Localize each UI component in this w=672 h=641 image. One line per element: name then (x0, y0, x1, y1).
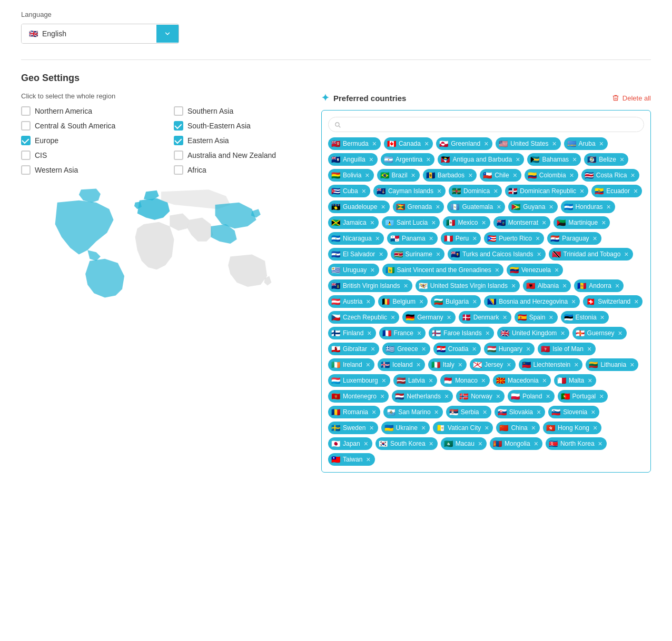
tag-close-guatemala[interactable]: × (497, 203, 501, 211)
tag-jersey[interactable]: 🇯🇪Jersey× (470, 358, 516, 371)
tag-close-greenland[interactable]: × (484, 140, 488, 147)
tag-finland[interactable]: 🇫🇮Finland× (328, 327, 376, 339)
tag-monaco[interactable]: 🇲🇨Monaco× (440, 374, 490, 387)
tag-portugal[interactable]: 🇵🇹Portugal× (558, 390, 608, 403)
checkbox-southern-asia[interactable] (174, 106, 183, 116)
tag-belgium[interactable]: 🇧🇪Belgium× (378, 295, 428, 308)
region-item-central-south-america[interactable]: Central & South America (21, 121, 153, 131)
checkbox-eastern-asia[interactable] (174, 136, 183, 145)
tag-close-united-states[interactable]: × (552, 140, 556, 147)
tag-serbia[interactable]: 🇷🇸Serbia× (446, 406, 491, 418)
tag-hong-kong[interactable]: 🇭🇰Hong Kong× (543, 422, 601, 434)
tag-mexico[interactable]: 🇲🇽Mexico× (443, 216, 490, 229)
tag-close-north-korea[interactable]: × (598, 440, 602, 447)
tag-close-jersey[interactable]: × (507, 361, 511, 368)
tag-saint-lucia[interactable]: 🇱🇨Saint Lucia× (382, 216, 440, 229)
tag-latvia[interactable]: 🇱🇻Latvia× (393, 374, 437, 387)
tag-faroe-islands[interactable]: 🇫🇴Faroe Islands× (429, 327, 494, 339)
tag-close-iceland[interactable]: × (417, 361, 421, 368)
tags-container[interactable]: 🇧🇲Bermuda×🇨🇦Canada×🇬🇱Greenland×🇺🇸United … (321, 110, 651, 473)
tag-switzerland[interactable]: 🇨🇭Switzerland× (583, 295, 643, 308)
tag-dominican-republic[interactable]: 🇩🇴Dominican Republic× (505, 185, 588, 197)
tag-close-sweden[interactable]: × (369, 424, 373, 432)
tag-south-korea[interactable]: 🇰🇷South Korea× (375, 437, 438, 450)
tag-cayman-islands[interactable]: 🇰🇾Cayman Islands× (373, 185, 446, 197)
region-item-cis[interactable]: CIS (21, 151, 153, 160)
tag-mongolia[interactable]: 🇲🇳Mongolia× (490, 437, 542, 450)
tag-slovenia[interactable]: 🇸🇮Slovenia× (548, 406, 599, 418)
tag-costa-rica[interactable]: 🇨🇷Costa Rica× (581, 169, 639, 182)
tag-czech-republic[interactable]: 🇨🇿Czech Republic× (328, 311, 399, 324)
tag-close-brazil[interactable]: × (411, 172, 416, 179)
tag-close-saint-lucia[interactable]: × (431, 219, 436, 226)
tag-close-british-virgin-islands[interactable]: × (404, 282, 408, 289)
tag-close-portugal[interactable]: × (599, 393, 604, 400)
tag-bosnia-and-herzegovina[interactable]: 🇧🇦Bosnia and Herzegovina× (484, 295, 580, 308)
tag-norway[interactable]: 🇳🇴Norway× (456, 390, 505, 403)
tag-british-virgin-islands[interactable]: 🇻🇬British Virgin Islands× (328, 279, 412, 292)
tag-macedonia[interactable]: 🇲🇰Macedonia× (493, 374, 551, 387)
region-item-western-asia[interactable]: Western Asia (21, 165, 153, 175)
tag-close-hong-kong[interactable]: × (593, 424, 597, 432)
checkbox-northern-america[interactable] (21, 106, 31, 116)
tag-close-suriname[interactable]: × (436, 251, 440, 258)
tag-close-argentina[interactable]: × (426, 156, 430, 163)
tag-close-united-kingdom[interactable]: × (560, 329, 565, 337)
tag-guernsey[interactable]: 🇬🇬Guernsey× (572, 327, 627, 339)
tag-trinidad-and-tobago[interactable]: 🇹🇹Trinidad and Tobago× (549, 248, 633, 261)
tag-close-bermuda[interactable]: × (372, 140, 377, 147)
tag-close-guadeloupe[interactable]: × (381, 203, 385, 211)
tag-close-ireland[interactable]: × (366, 361, 370, 368)
checkbox-europe[interactable] (21, 136, 31, 145)
tag-united-kingdom[interactable]: 🇬🇧United Kingdom× (497, 327, 569, 339)
tag-close-lithuania[interactable]: × (630, 361, 634, 368)
tag-close-bosnia-and-herzegovina[interactable]: × (571, 298, 576, 305)
tag-close-italy[interactable]: × (458, 361, 462, 368)
tag-ireland[interactable]: 🇮🇪Ireland× (328, 358, 374, 371)
region-item-south-eastern-asia[interactable]: South-Eastern Asia (174, 121, 305, 131)
tag-close-albania[interactable]: × (562, 282, 567, 289)
tag-poland[interactable]: 🇵🇱Poland× (508, 390, 555, 403)
tag-colombia[interactable]: 🇨🇴Colombia× (525, 169, 578, 182)
tag-close-vatican-city[interactable]: × (485, 424, 489, 432)
tag-close-finland[interactable]: × (367, 329, 371, 337)
tag-close-guyana[interactable]: × (549, 203, 553, 211)
tag-close-antigua-and-barbuda[interactable]: × (516, 156, 520, 163)
tag-close-cuba[interactable]: × (362, 187, 366, 195)
tag-turks-and-caicos-islands[interactable]: 🇹🇨Turks and Caicos Islands× (448, 248, 545, 261)
tag-honduras[interactable]: 🇭🇳Honduras× (561, 201, 615, 213)
region-item-eastern-asia[interactable]: Eastern Asia (174, 136, 305, 145)
checkbox-australia-new-zealand[interactable] (174, 151, 183, 160)
tag-slovakia[interactable]: 🇸🇰Slovakia× (495, 406, 546, 418)
tag-close-costa-rica[interactable]: × (630, 172, 635, 179)
tag-panama[interactable]: 🇵🇦Panama× (387, 232, 438, 245)
tag-andorra[interactable]: 🇦🇩Andorra× (574, 279, 624, 292)
tag-close-turks-and-caicos-islands[interactable]: × (537, 251, 541, 258)
tag-jamaica[interactable]: 🇯🇲Jamaica× (328, 216, 379, 229)
tag-close-latvia[interactable]: × (429, 377, 433, 384)
tag-close-venezuela[interactable]: × (555, 266, 559, 274)
tag-close-paraguay[interactable]: × (593, 235, 597, 242)
tag-bahamas[interactable]: 🇧🇸Bahamas× (527, 153, 581, 166)
tag-close-guernsey[interactable]: × (618, 329, 622, 337)
tag-close-macau[interactable]: × (478, 440, 482, 447)
tag-vatican-city[interactable]: 🇻🇦Vatican City× (433, 422, 493, 434)
region-item-africa[interactable]: Africa (174, 165, 305, 175)
tag-close-denmark[interactable]: × (502, 314, 507, 321)
tag-el-salvador[interactable]: 🇸🇻El Salvador× (328, 248, 388, 261)
tag-close-montserrat[interactable]: × (542, 219, 546, 226)
tag-close-bulgaria[interactable]: × (472, 298, 477, 305)
tag-martinique[interactable]: 🇲🇶Martinique× (554, 216, 610, 229)
tag-aruba[interactable]: 🇦🇼Aruba× (564, 137, 608, 150)
tag-close-gibraltar[interactable]: × (371, 345, 375, 353)
tag-china[interactable]: 🇨🇳China× (496, 422, 540, 434)
tag-greenland[interactable]: 🇬🇱Greenland× (436, 137, 492, 150)
tag-gibraltar[interactable]: 🇬🇮Gibraltar× (328, 343, 379, 355)
tag-guadeloupe[interactable]: 🇬🇵Guadeloupe× (328, 201, 390, 213)
tag-chile[interactable]: 🇨🇱Chile× (480, 169, 521, 182)
tag-close-san-marino[interactable]: × (434, 408, 439, 416)
tag-close-dominica[interactable]: × (493, 187, 498, 195)
tag-close-united-states-virgin-islands[interactable]: × (511, 282, 516, 289)
language-dropdown-button[interactable] (156, 25, 179, 43)
tag-close-croatia[interactable]: × (472, 345, 476, 353)
